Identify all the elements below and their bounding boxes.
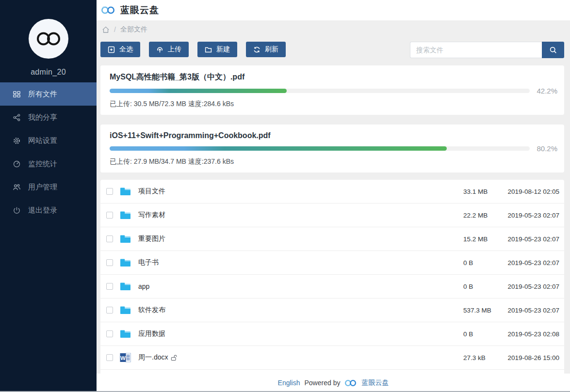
file-name[interactable]: 电子书 (138, 258, 463, 267)
avatar[interactable] (29, 19, 68, 59)
file-date: 2019-08-26 15:00 (505, 354, 559, 361)
create-label: 新建 (216, 45, 230, 54)
row-checkbox[interactable] (106, 307, 113, 314)
upload-progress-row: 80.2% (107, 144, 557, 153)
row-checkbox[interactable] (106, 283, 113, 290)
username: admin_20 (31, 68, 66, 77)
grid-icon (12, 90, 21, 98)
file-size: 27.3 kB (463, 354, 505, 361)
file-size: 22.2 MB (463, 212, 505, 219)
sidebar-item-user-management[interactable]: 用户管理 (0, 175, 97, 199)
sidebar-item-all-files[interactable]: 所有文件 (0, 82, 97, 106)
upload-label: 上传 (168, 45, 181, 54)
file-date: 2019-05-23 02:07 (505, 235, 559, 243)
share-icon (12, 113, 21, 122)
create-folder-button[interactable]: 新建 (197, 42, 237, 57)
select-all-button[interactable]: 全选 (100, 42, 140, 57)
file-row[interactable]: 项目文件 33.1 MB 2019-08-12 02:05 (100, 180, 564, 204)
sidebar-item-label: 监控统计 (28, 159, 57, 169)
app-title: 蓝眼云盘 (120, 4, 159, 16)
app-window: admin_20 所有文件 (0, 0, 570, 392)
upload-status-text: 已上传: 30.5 MB/72.3 MB 速度:284.6 kBs (107, 100, 557, 109)
sidebar-item-my-shares[interactable]: 我的分享 (0, 106, 97, 129)
file-row[interactable]: 电子书 0 B 2019-05-23 02:07 (100, 251, 564, 275)
file-row[interactable]: zicla200x200white.jpg 6.2 kB 2019-05-23 … (100, 370, 564, 374)
row-checkbox[interactable] (106, 188, 113, 195)
search-input[interactable] (410, 42, 542, 58)
gear-icon (12, 137, 21, 145)
folder-icon (120, 234, 132, 244)
upload-file-name: MySQL高性能书籍_第3版（中文）.pdf (107, 70, 557, 87)
folder-outline-icon (205, 46, 212, 53)
refresh-label: 刷新 (265, 45, 278, 54)
folder-icon (120, 210, 132, 220)
file-row[interactable]: 重要图片 15.2 MB 2019-05-23 02:07 (100, 227, 564, 251)
sidebar-item-label: 我的分享 (28, 113, 57, 122)
file-row[interactable]: 软件发布 537.3 MB 2019-05-23 02:07 (100, 298, 564, 322)
file-name[interactable]: 写作素材 (138, 211, 463, 220)
file-size: 537.3 MB (463, 307, 505, 314)
progress-percent: 42.2% (535, 87, 557, 95)
folder-icon (120, 329, 132, 339)
file-date: 2019-05-23 02:08 (505, 330, 559, 338)
app-header: 蓝眼云盘 (97, 0, 570, 20)
progress-fill (110, 89, 287, 93)
file-row[interactable]: W 周一.docx 27.3 kB 2019-08-26 15:00 (100, 346, 564, 370)
sidebar-item-label: 用户管理 (28, 183, 57, 192)
folder-icon (120, 258, 132, 267)
file-size: 0 B (463, 283, 505, 290)
sidebar-menu: 所有文件 我的分享 网站设置 (0, 82, 97, 222)
file-date: 2019-05-23 02:07 (505, 307, 559, 314)
file-row[interactable]: 应用数据 0 B 2019-05-23 02:08 (100, 322, 564, 346)
row-checkbox[interactable] (106, 212, 113, 219)
upload-icon (156, 46, 163, 53)
progress-track (110, 146, 530, 151)
users-icon (12, 183, 21, 191)
footer-brand-link[interactable]: 蓝眼云盘 (361, 378, 389, 387)
folder-icon (120, 282, 132, 291)
row-checkbox[interactable] (106, 235, 113, 242)
language-link[interactable]: English (278, 379, 300, 387)
gauge-icon (12, 160, 21, 168)
row-checkbox[interactable] (106, 330, 113, 337)
progress-percent: 80.2% (535, 144, 557, 153)
file-name[interactable]: app (138, 282, 463, 290)
file-name[interactable]: 周一.docx (138, 353, 463, 362)
file-size: 0 B (463, 259, 505, 267)
upload-progress-row: 42.2% (107, 87, 557, 95)
sidebar-item-logout[interactable]: 退出登录 (0, 199, 97, 222)
file-row[interactable]: 写作素材 22.2 MB 2019-05-23 02:07 (100, 204, 564, 227)
sidebar-item-monitoring[interactable]: 监控统计 (0, 152, 97, 175)
progress-fill (110, 146, 447, 151)
refresh-icon (253, 46, 261, 53)
sidebar-item-label: 所有文件 (28, 90, 57, 99)
row-checkbox[interactable] (106, 259, 113, 266)
home-icon[interactable] (102, 26, 110, 33)
sidebar-item-site-settings[interactable]: 网站设置 (0, 129, 97, 152)
file-date: 2019-05-23 02:07 (505, 259, 559, 267)
refresh-button[interactable]: 刷新 (246, 42, 286, 57)
file-name[interactable]: 重要图片 (138, 235, 463, 243)
unlock-icon (171, 354, 177, 361)
progress-track (110, 89, 530, 93)
search-button[interactable] (542, 42, 564, 58)
folder-icon (120, 305, 132, 315)
file-list: 项目文件 33.1 MB 2019-08-12 02:05 写作素材 22.2 … (100, 180, 564, 374)
file-name[interactable]: 应用数据 (138, 329, 463, 338)
row-checkbox[interactable] (106, 354, 113, 361)
breadcrumb-separator: / (114, 26, 116, 33)
folder-icon (120, 187, 132, 196)
file-name[interactable]: 软件发布 (138, 306, 463, 314)
file-name[interactable]: 项目文件 (138, 187, 463, 196)
file-date: 2019-05-23 02:07 (505, 212, 559, 219)
svg-text:W: W (120, 355, 126, 361)
sidebar-item-label: 网站设置 (28, 136, 57, 145)
file-size: 33.1 MB (463, 188, 505, 195)
file-size: 0 B (463, 330, 505, 338)
word-doc-icon: W (120, 352, 132, 363)
file-row[interactable]: app 0 B 2019-05-23 02:07 (100, 275, 564, 298)
breadcrumb-current[interactable]: 全部文件 (120, 25, 147, 34)
upload-button[interactable]: 上传 (149, 42, 189, 57)
upload-status-text: 已上传: 27.9 MB/34.7 MB 速度:237.6 kBs (107, 157, 557, 166)
breadcrumb: / 全部文件 (100, 20, 564, 39)
